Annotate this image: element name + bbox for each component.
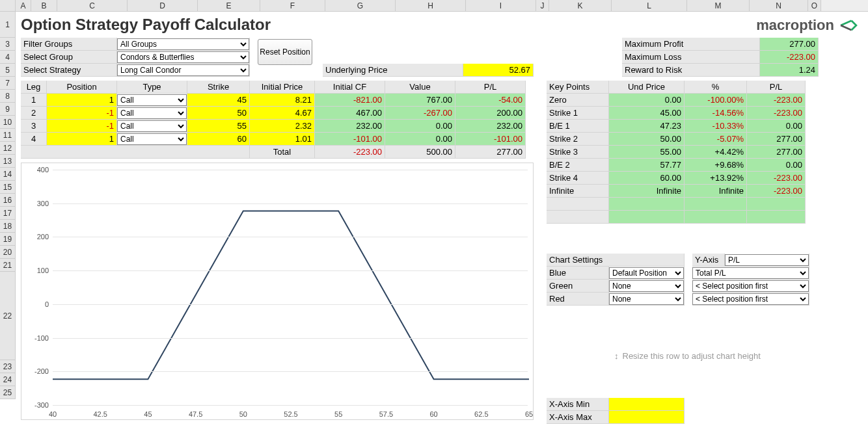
chart-line-P/L [53,211,529,380]
col-header[interactable]: E [198,0,260,11]
leg-strike[interactable]: 60 [187,133,250,146]
blue-series-extra-dropdown[interactable]: Total P/L [692,267,809,279]
blue-series-label: Blue [547,267,609,280]
xaxis-min-input[interactable] [609,398,685,411]
leg-position[interactable]: 1 [47,133,117,146]
row-header[interactable]: 9 [0,103,16,116]
leg-initial-price[interactable]: 4.67 [250,107,315,120]
row-header[interactable]: 25 [0,386,16,399]
row-header[interactable]: 10 [0,116,16,129]
col-header[interactable]: C [57,0,128,11]
row-header[interactable]: 19 [0,233,16,246]
yaxis-dropdown[interactable]: P/L [725,254,809,266]
col-header[interactable]: I [466,0,536,11]
green-series-dropdown[interactable]: None [609,280,684,292]
leg-value: -267.00 [385,107,455,120]
leg-strike[interactable]: 45 [187,94,250,107]
col-header[interactable]: G [325,0,396,11]
row-header[interactable]: 12 [0,142,16,155]
select-strategy-dropdown[interactable]: Long Call Condor [117,64,249,76]
row-header[interactable]: 18 [0,220,16,233]
legs-header-cell: Initial CF [315,81,385,94]
blue-series-dropdown[interactable]: Default Position [609,267,684,279]
leg-initial-price[interactable]: 1.01 [250,133,315,146]
leg-row: 11Call458.21-821.00767.00-54.00 [21,94,526,107]
leg-position[interactable]: -1 [47,107,117,120]
xtick-label: 60 [429,410,437,418]
select-group-label: Select Group [21,51,117,64]
ytick-label: 100 [25,267,49,274]
keypoint-row: Zero0.00-100.00%-223.00 [547,94,806,107]
col-header[interactable]: O [808,0,821,11]
keypoint-cell: -14.56% [685,107,747,120]
keypoint-cell: +4.42% [685,146,747,159]
brand-logo: macroption [756,17,858,34]
col-header[interactable]: A [16,0,31,11]
leg-type-dropdown[interactable]: Call [117,107,187,119]
filter-groups-dropdown[interactable]: All Groups [117,38,249,50]
row-header[interactable]: 11 [0,129,16,142]
keypoint-cell: 55.00 [609,146,685,159]
row-header[interactable]: 7 [0,77,16,90]
col-header[interactable]: F [260,0,325,11]
row-header[interactable]: 21 [0,259,16,272]
leg-position[interactable]: -1 [47,120,117,133]
row-header[interactable]: 8 [0,90,16,103]
keypoint-cell: -223.00 [747,185,806,198]
keypoint-row: InfiniteInfiniteInfinite-223.00 [547,185,806,198]
legs-header-cell: Leg [21,81,47,94]
row-header[interactable]: 20 [0,246,16,259]
xaxis-max-label: X-Axis Max [547,411,609,424]
row-header[interactable]: 17 [0,207,16,220]
col-header[interactable]: J [536,0,549,11]
total-cf: -223.00 [315,146,385,159]
col-header[interactable]: N [750,0,808,11]
leg-row: 41Call601.01-101.000.00-101.00 [21,133,526,146]
row-header[interactable]: 24 [0,373,16,386]
keypoint-empty [547,211,609,224]
red-series-dropdown[interactable]: None [609,293,684,305]
keypoints-header-cell: Und Price [609,81,685,94]
row-header[interactable]: 16 [0,194,16,207]
underlying-price-value[interactable]: 52.67 [463,64,534,77]
leg-num: 1 [21,94,47,107]
row-header[interactable]: 5 [0,64,16,77]
col-header[interactable]: L [612,0,687,11]
leg-strike[interactable]: 55 [187,120,250,133]
rr-label: Reward to Risk [622,64,760,77]
xtick-label: 52.5 [284,410,297,418]
reset-position-button[interactable]: Reset Position [258,39,312,65]
green-series-extra-dropdown[interactable]: < Select position first [692,280,809,292]
xaxis-max-input[interactable] [609,411,685,424]
col-header[interactable]: M [687,0,750,11]
row-header[interactable]: 14 [0,168,16,181]
leg-initial-price[interactable]: 8.21 [250,94,315,107]
row-header[interactable]: 4 [0,51,16,64]
row-header[interactable]: 22 [0,272,16,360]
keypoint-cell: -5.07% [685,133,747,146]
leg-strike[interactable]: 50 [187,107,250,120]
row-header[interactable]: 23 [0,360,16,373]
row-header[interactable]: 13 [0,155,16,168]
leg-pl: 232.00 [455,120,526,133]
select-group-dropdown[interactable]: Condors & Butterflies [117,51,249,63]
row-header[interactable]: 1 [0,12,16,38]
col-header[interactable]: K [549,0,612,11]
keypoint-cell: Strike 1 [547,107,609,120]
row-header[interactable]: 15 [0,181,16,194]
ytick-label: 0 [25,300,49,308]
col-header[interactable]: H [396,0,466,11]
chart-settings-title: Chart Settings [547,254,685,267]
leg-type-dropdown[interactable]: Call [117,94,187,106]
leg-type-dropdown[interactable]: Call [117,133,187,145]
leg-initial-price[interactable]: 2.32 [250,120,315,133]
xtick-label: 42.5 [93,410,107,418]
leg-position[interactable]: 1 [47,94,117,107]
col-header[interactable]: D [128,0,198,11]
red-series-extra-dropdown[interactable]: < Select position first [692,293,809,305]
leg-pl: -101.00 [455,133,526,146]
keypoint-cell: 45.00 [609,107,685,120]
row-header[interactable]: 3 [0,38,16,51]
leg-type-dropdown[interactable]: Call [117,120,187,132]
col-header[interactable]: B [31,0,57,11]
